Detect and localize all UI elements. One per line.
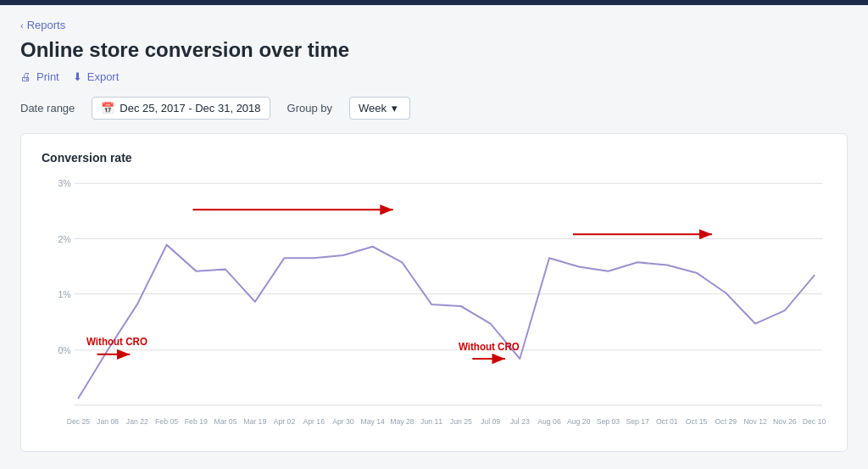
page-title: Online store conversion over time bbox=[20, 38, 848, 62]
calendar-icon: 📅 bbox=[101, 102, 114, 114]
breadcrumb-label[interactable]: Reports bbox=[27, 19, 66, 31]
svg-text:Jun 11: Jun 11 bbox=[420, 417, 442, 426]
svg-text:Nov 12: Nov 12 bbox=[743, 417, 766, 426]
svg-text:Sep 03: Sep 03 bbox=[597, 417, 620, 426]
svg-text:Jul 09: Jul 09 bbox=[481, 417, 500, 426]
svg-text:Mar 05: Mar 05 bbox=[214, 417, 237, 426]
svg-text:Aug 20: Aug 20 bbox=[567, 417, 590, 426]
toolbar: 🖨 Print ⬇ Export bbox=[20, 70, 848, 83]
group-by-label: Group by bbox=[287, 102, 332, 114]
chart-card: Conversion rate 3% 2% 1% 0% Dec 25 Jan 0… bbox=[20, 133, 848, 452]
svg-text:2%: 2% bbox=[58, 233, 71, 243]
print-button[interactable]: 🖨 Print bbox=[20, 70, 59, 83]
svg-text:Aug 06: Aug 06 bbox=[537, 417, 560, 426]
chart-area: 3% 2% 1% 0% Dec 25 Jan 08 Jan 22 Feb 05 … bbox=[42, 175, 826, 438]
svg-text:Jan 22: Jan 22 bbox=[126, 417, 148, 426]
svg-text:Jun 25: Jun 25 bbox=[450, 417, 472, 426]
svg-text:Sep 17: Sep 17 bbox=[626, 417, 648, 426]
svg-text:Oct 01: Oct 01 bbox=[656, 417, 678, 426]
svg-text:Oct 29: Oct 29 bbox=[715, 417, 737, 426]
svg-text:Without CRO: Without CRO bbox=[459, 340, 520, 352]
page-container: ‹ Reports Online store conversion over t… bbox=[0, 5, 868, 469]
svg-text:Without CRO: Without CRO bbox=[86, 336, 147, 348]
svg-text:Dec 25: Dec 25 bbox=[67, 417, 90, 426]
svg-text:Jul 23: Jul 23 bbox=[510, 417, 530, 426]
svg-text:May 14: May 14 bbox=[360, 417, 384, 426]
chart-title: Conversion rate bbox=[42, 151, 826, 165]
svg-text:Feb 05: Feb 05 bbox=[155, 417, 178, 426]
svg-text:1%: 1% bbox=[58, 288, 71, 299]
filters-row: Date range 📅 Dec 25, 2017 - Dec 31, 2018… bbox=[20, 97, 848, 120]
date-range-value: Dec 25, 2017 - Dec 31, 2018 bbox=[120, 102, 260, 114]
svg-text:May 28: May 28 bbox=[390, 417, 414, 426]
group-by-value: Week bbox=[359, 102, 387, 114]
svg-text:Oct 15: Oct 15 bbox=[686, 417, 708, 426]
export-button[interactable]: ⬇ Export bbox=[73, 70, 120, 83]
date-picker[interactable]: 📅 Dec 25, 2017 - Dec 31, 2018 bbox=[92, 97, 270, 120]
print-icon: 🖨 bbox=[20, 70, 31, 83]
svg-text:Apr 02: Apr 02 bbox=[274, 417, 296, 426]
export-label: Export bbox=[87, 70, 120, 83]
breadcrumb-chevron-icon: ‹ bbox=[20, 20, 24, 31]
chart-svg: 3% 2% 1% 0% Dec 25 Jan 08 Jan 22 Feb 05 … bbox=[42, 175, 826, 438]
svg-text:Feb 19: Feb 19 bbox=[185, 417, 208, 426]
svg-text:Dec 10: Dec 10 bbox=[803, 417, 826, 426]
breadcrumb[interactable]: ‹ Reports bbox=[20, 19, 848, 31]
group-by-select[interactable]: Week ▾ bbox=[349, 97, 410, 120]
svg-text:Nov 26: Nov 26 bbox=[773, 417, 796, 426]
print-label: Print bbox=[36, 70, 59, 83]
svg-text:0%: 0% bbox=[58, 344, 71, 355]
chevron-down-icon: ▾ bbox=[392, 102, 398, 114]
svg-text:Mar 19: Mar 19 bbox=[243, 417, 266, 426]
svg-text:Jan 08: Jan 08 bbox=[97, 417, 119, 426]
export-icon: ⬇ bbox=[73, 70, 82, 83]
svg-text:3%: 3% bbox=[58, 178, 71, 188]
svg-text:Apr 30: Apr 30 bbox=[332, 417, 354, 426]
svg-text:Apr 16: Apr 16 bbox=[303, 417, 325, 426]
date-range-label: Date range bbox=[20, 102, 75, 114]
